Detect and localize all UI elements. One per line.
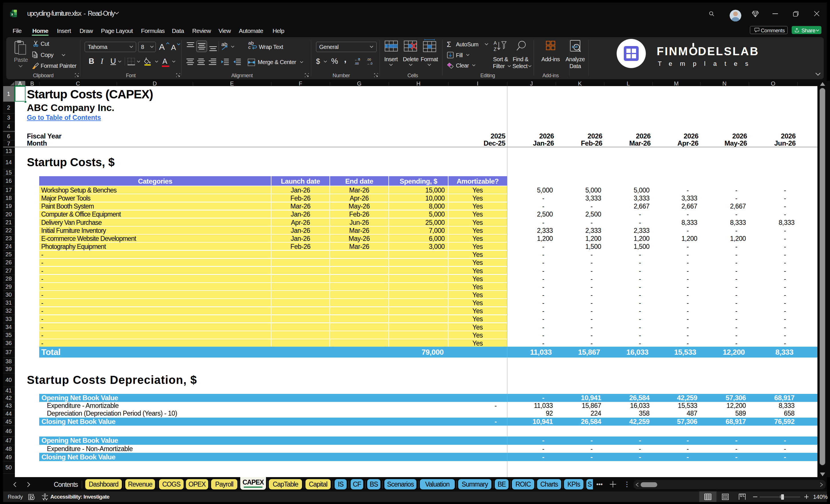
svg-text:.00: .00	[367, 58, 371, 61]
svg-text:A: A	[493, 41, 497, 45]
svg-text:←.0: ←.0	[354, 58, 360, 61]
svg-text:.00: .00	[354, 62, 359, 65]
svg-text:→.0: →.0	[367, 62, 372, 65]
svg-text:x: x	[11, 12, 13, 16]
svg-text:Z: Z	[493, 47, 497, 52]
